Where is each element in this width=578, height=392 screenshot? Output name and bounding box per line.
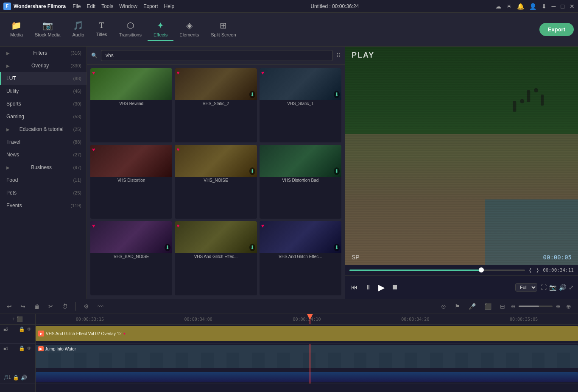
download-icon[interactable]: ⬇ [249, 167, 255, 175]
sidebar-item-events[interactable]: Events (119) [0, 199, 87, 212]
split-view-button[interactable]: ⊟ [497, 302, 508, 311]
download-icon[interactable]: ⬇ [165, 244, 170, 251]
minimize-icon[interactable]: ─ [552, 3, 556, 10]
marker-button[interactable]: ⚑ [452, 302, 463, 311]
download-icon[interactable]: ⬇ [334, 91, 340, 98]
download-icon[interactable]: ⬇ [334, 167, 340, 175]
search-input[interactable] [101, 50, 333, 61]
video-clip-name: Jump Into Water [45, 347, 76, 351]
toolbar-stock-media[interactable]: 📷 Stock Media [29, 18, 67, 41]
snap-button[interactable]: ⊙ [438, 302, 449, 311]
export-button[interactable]: Export [539, 23, 574, 36]
toolbar-split-screen[interactable]: ⊞ Split Screen [205, 18, 242, 41]
sidebar-item-utility[interactable]: Utility (46) [0, 85, 87, 97]
search-icon: 🔍 [91, 53, 98, 58]
screenshot-icon[interactable]: 📷 [549, 284, 556, 291]
grid-view-icon[interactable]: ⠿ [336, 52, 341, 59]
effect-card-vhs-noise[interactable]: ♥ ⬇ VHS_NOISE [175, 145, 257, 219]
overlay-clip[interactable]: ▶ VHS And Glitch Effect Vol 02 Overlay 1… [36, 326, 578, 341]
cut-button[interactable]: ✂ [46, 302, 56, 311]
effect-card-vhs-distortion[interactable]: ♥ VHS Distortion [90, 145, 172, 219]
sidebar-item-lut[interactable]: LUT (88) [0, 72, 87, 85]
lock-track-2-icon[interactable]: 🔒 [19, 326, 25, 332]
seek-thumb[interactable] [479, 267, 484, 272]
sidebar-item-business[interactable]: ▶ Business (97) [0, 161, 87, 174]
bracket-left: ❬ [528, 267, 532, 273]
sidebar-item-gaming[interactable]: Gaming (53) [0, 110, 87, 123]
lock-track-1-icon[interactable]: 🔒 [19, 345, 25, 351]
favorite-icon: ♥ [176, 223, 179, 229]
delete-button[interactable]: 🗑 [31, 302, 42, 311]
timeline-toolbar: ↩ ↪ 🗑 ✂ ⏱ ⚙ 〰 ⊙ ⚑ 🎤 ⬛ ⊟ ⊖ ⊕ ⊕ [0, 299, 578, 314]
step-back-button[interactable]: ⏸ [363, 282, 373, 293]
sidebar-item-education[interactable]: ▶ Education & tutorial (25) [0, 123, 87, 136]
toolbar-elements[interactable]: ◈ Elements [173, 18, 205, 41]
toolbar-media[interactable]: 📁 Media [4, 18, 29, 41]
zoom-out-icon[interactable]: ⊖ [511, 303, 515, 309]
effect-card-vhs-static-1[interactable]: ♥ ⬇ VHS_Static_1 [260, 68, 341, 142]
sidebar-item-food[interactable]: Food (11) [0, 174, 87, 186]
toolbar-effects[interactable]: ✦ Effects [148, 18, 173, 41]
audio-button[interactable]: 〰 [95, 302, 106, 311]
sidebar-item-overlay[interactable]: ▶ Overlay (330) [0, 59, 87, 72]
adjust-button[interactable]: ⚙ [81, 302, 92, 311]
zoom-select[interactable]: Full [515, 283, 537, 292]
notification-icon[interactable]: 🔔 [517, 3, 524, 10]
fullscreen-icon[interactable]: ⤢ [569, 284, 574, 291]
speed-button[interactable]: ⏱ [59, 302, 70, 311]
volume-icon[interactable]: 🔊 [559, 284, 566, 291]
maximize-icon[interactable]: □ [561, 3, 564, 10]
menu-export[interactable]: Export [143, 3, 158, 9]
lock-audio-icon[interactable]: 🔒 [13, 375, 19, 381]
close-icon[interactable]: ✕ [570, 3, 575, 10]
effect-card-vhs-static-2[interactable]: ♥ ⬇ VHS_Static_2 [175, 68, 257, 142]
stop-button[interactable]: ⏹ [390, 282, 400, 293]
effect-card-vhs-bad-noise[interactable]: ♥ ⬇ VHS_BAD_NOISE [90, 221, 172, 295]
download-icon[interactable]: ⬇ [334, 244, 340, 251]
cloud-icon[interactable]: ☁ [495, 3, 501, 10]
menu-tools[interactable]: Tools [101, 3, 113, 9]
expand-preview-icon[interactable]: ⛶ [541, 284, 547, 291]
video-clip-icon: ▶ [38, 346, 44, 351]
effect-card-vhs-distortion-bad[interactable]: ⬇ VHS Distortion Bad [260, 145, 341, 219]
sidebar-item-sports[interactable]: Sports (30) [0, 97, 87, 110]
tracks-button[interactable]: ⬛ [482, 302, 494, 311]
audio-clip[interactable] [36, 372, 578, 382]
sidebar-item-news[interactable]: News (27) [0, 148, 87, 161]
seek-bar[interactable] [349, 270, 525, 271]
audio-record-button[interactable]: 🎤 [466, 302, 478, 311]
timeline-zoom-slider[interactable] [519, 306, 553, 307]
effect-card-vhs-glitch-2[interactable]: ♥ ⬇ VHS And Glitch Effec... [260, 221, 341, 295]
undo-button[interactable]: ↩ [4, 302, 14, 311]
sidebar-item-travel[interactable]: Travel (88) [0, 136, 87, 148]
sidebar-item-pets[interactable]: Pets (25) [0, 186, 87, 199]
download-icon[interactable]: ⬇ [249, 91, 255, 98]
hide-track-2-icon[interactable]: 👁 [27, 326, 32, 332]
effect-card-vhs-glitch-1[interactable]: ♥ ⬇ VHS And Glitch Effec... [175, 221, 257, 295]
sidebar-item-filters[interactable]: ▶ Filters (316) [0, 47, 87, 59]
time-ruler[interactable]: 00:00:33:15 00:00:34:00 00:00:34:10 00:0… [36, 314, 578, 325]
rewind-button[interactable]: ⏮ [349, 282, 360, 293]
effect-card-vhs-rewind[interactable]: ♥ VHS Rewind [90, 68, 172, 142]
download-icon[interactable]: ⬇ [542, 3, 547, 10]
user-icon[interactable]: 👤 [529, 3, 536, 10]
menu-window[interactable]: Window [119, 3, 137, 9]
menu-edit[interactable]: Edit [87, 3, 95, 9]
toolbar-titles[interactable]: T Titles [90, 19, 113, 41]
mute-audio-icon[interactable]: 🔊 [21, 375, 27, 381]
sun-icon[interactable]: ☀ [506, 3, 512, 10]
download-icon[interactable]: ⬇ [249, 244, 255, 251]
zoom-in-icon[interactable]: ⊕ [556, 303, 560, 309]
hide-track-1-icon[interactable]: 👁 [27, 345, 32, 351]
toolbar-transitions[interactable]: ⬡ Transitions [113, 18, 148, 41]
sidebar-label-overlay: Overlay [31, 63, 49, 69]
video-clip[interactable]: ▶ Jump Into Water [36, 345, 578, 368]
add-track-btn[interactable]: + ⬛ [12, 316, 23, 322]
add-track-button[interactable]: ⊕ [564, 302, 574, 311]
playhead[interactable] [310, 314, 310, 324]
redo-button[interactable]: ↪ [18, 302, 28, 311]
toolbar-audio[interactable]: 🎵 Audio [67, 18, 90, 41]
menu-help[interactable]: Help [164, 3, 175, 9]
menu-file[interactable]: File [73, 3, 81, 9]
play-button[interactable]: ▶ [377, 281, 386, 294]
